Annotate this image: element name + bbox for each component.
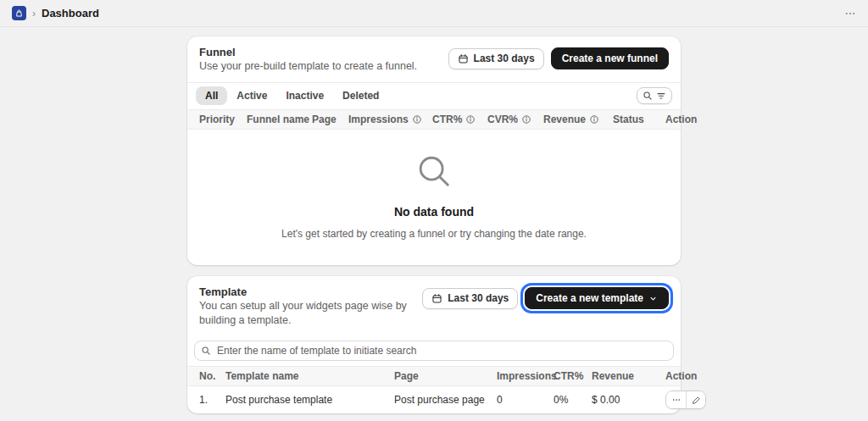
calendar-icon: [458, 53, 469, 64]
page-title: Dashboard: [42, 7, 99, 19]
row-ctr: 0%: [554, 394, 592, 406]
col-cvr: CVR%: [487, 114, 543, 125]
col-status: Status: [613, 114, 665, 125]
template-card-header: Template You can setup all your widgets …: [187, 276, 681, 336]
magnifier-icon: [415, 152, 453, 193]
template-table-header: No. Template name Page Impressions CTR% …: [187, 366, 681, 386]
col-template-name: Template name: [225, 370, 394, 382]
col-page: Page: [312, 114, 348, 125]
funnel-card-subtitle: Use your pre-build template to create a …: [199, 59, 417, 74]
template-date-range-button[interactable]: Last 30 days: [422, 288, 518, 309]
col-priority: Priority: [199, 114, 247, 125]
funnel-tabs: All Active Inactive Deleted: [187, 82, 681, 109]
template-card-title: Template: [199, 285, 422, 299]
empty-state-message: Let's get started by creating a funnel o…: [281, 228, 587, 240]
chevron-down-icon: [648, 294, 658, 303]
funnel-date-range-button[interactable]: Last 30 days: [448, 48, 544, 69]
create-template-label: Create a new template: [536, 293, 643, 303]
row-revenue: $ 0.00: [592, 394, 665, 406]
template-date-range-label: Last 30 days: [448, 293, 509, 303]
breadcrumb-chevron-icon: ›: [32, 8, 36, 19]
row-actions: [665, 391, 706, 409]
row-edit-button[interactable]: [686, 391, 705, 408]
col-funnel-name: Funnel name: [247, 114, 312, 125]
row-more-actions-button[interactable]: [666, 391, 686, 408]
funnel-card: Funnel Use your pre-build template to cr…: [187, 36, 681, 265]
funnel-search-filter-button[interactable]: [637, 87, 672, 104]
tab-all[interactable]: All: [196, 86, 227, 105]
create-funnel-button[interactable]: Create a new funnel: [551, 47, 669, 69]
create-template-button[interactable]: Create a new template: [525, 287, 669, 309]
info-icon[interactable]: [589, 114, 599, 125]
info-icon[interactable]: [465, 114, 476, 125]
funnel-card-title: Funnel: [199, 46, 417, 59]
template-card: Template You can setup all your widgets …: [187, 276, 681, 413]
funnel-card-header: Funnel Use your pre-build template to cr…: [187, 36, 681, 82]
row-number: 1.: [199, 394, 225, 406]
info-icon[interactable]: [521, 114, 531, 125]
col-revenue: Revenue: [543, 114, 613, 125]
col-impressions: Impressions: [497, 370, 554, 382]
topbar: › Dashboard: [0, 0, 868, 27]
col-ctr: CTR%: [554, 370, 592, 382]
col-impressions: Impressions: [348, 114, 432, 125]
template-search-row: [187, 336, 681, 366]
col-action: Action: [665, 370, 697, 382]
empty-state-title: No data found: [394, 205, 474, 219]
col-ctr: CTR%: [432, 114, 487, 125]
col-revenue: Revenue: [592, 370, 665, 382]
template-search-input[interactable]: [194, 341, 674, 361]
table-row: 1. Post purchase template Post purchase …: [187, 386, 681, 413]
col-no: No.: [199, 370, 225, 382]
more-menu-icon[interactable]: [844, 8, 856, 19]
row-impressions: 0: [497, 394, 554, 406]
col-page: Page: [394, 370, 497, 382]
create-funnel-label: Create a new funnel: [562, 53, 658, 64]
main-content: Funnel Use your pre-build template to cr…: [187, 36, 681, 421]
search-icon: [201, 346, 211, 356]
col-action: Action: [665, 114, 697, 125]
funnel-empty-state: No data found Let's get started by creat…: [187, 130, 681, 265]
pencil-icon: [692, 396, 701, 405]
search-icon: [643, 91, 653, 101]
funnel-date-range-label: Last 30 days: [474, 53, 535, 64]
row-page: Post purchase page: [394, 394, 497, 406]
filter-icon: [656, 91, 666, 101]
app-logo-icon[interactable]: [12, 6, 26, 20]
tab-active[interactable]: Active: [227, 86, 276, 105]
funnel-table-header: Priority Funnel name Page Impressions CT…: [187, 109, 681, 130]
tab-deleted[interactable]: Deleted: [333, 86, 388, 105]
template-card-subtitle: You can setup all your widgets page wise…: [199, 299, 422, 328]
row-template-name: Post purchase template: [225, 394, 394, 406]
calendar-icon: [431, 293, 442, 304]
info-icon[interactable]: [412, 114, 422, 125]
tab-inactive[interactable]: Inactive: [276, 86, 333, 105]
